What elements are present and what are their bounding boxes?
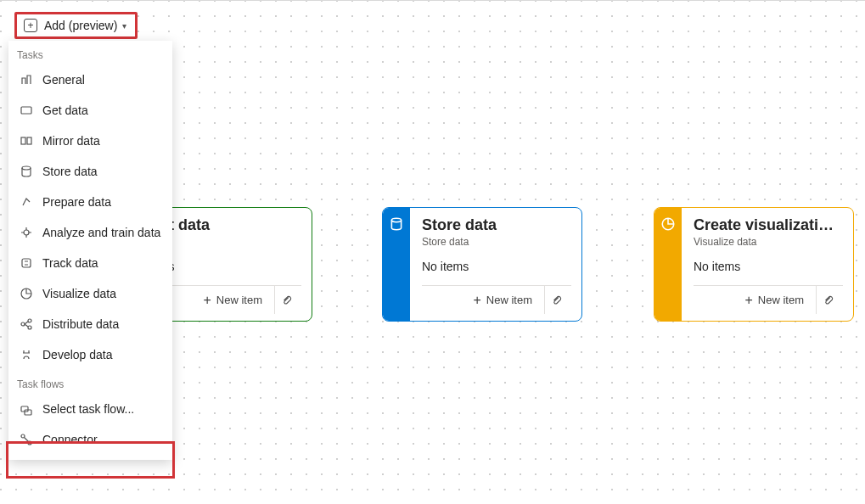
prepare-data-icon [19,194,34,210]
attach-button[interactable] [274,286,298,314]
card-title: ect data [152,216,301,234]
card-subtitle: Visualize data [694,236,843,248]
menu-label: Track data [42,256,98,270]
menu-item-connector[interactable]: Connector [8,424,172,455]
menu-label: Get data [42,104,88,117]
menu-item-distribute-data[interactable]: Distribute data [8,309,172,339]
menu-label: Develop data [42,348,113,361]
menu-label: Mirror data [42,134,100,148]
add-button-label: Add (preview) [44,19,117,32]
card-subtitle: Store data [422,236,571,248]
store-data-icon [19,164,34,179]
svg-rect-2 [27,137,31,144]
chevron-down-icon: ▾ [122,21,126,31]
mirror-data-icon [19,133,34,148]
svg-point-12 [21,434,25,438]
menu-item-select-task-flow[interactable]: Select task flow... [8,394,172,424]
connector-icon [19,432,34,447]
attach-icon [823,294,834,306]
card-stripe [654,208,682,321]
new-item-button[interactable]: + New item [738,290,811,311]
menu-label: Analyze and train data [42,226,160,239]
menu-label: Store data [42,165,98,178]
svg-point-4 [24,230,29,235]
svg-point-13 [28,441,31,445]
attach-button[interactable] [816,286,840,314]
top-divider [0,0,865,1]
menu-item-store-data[interactable]: Store data [8,156,172,187]
card-noitems: ems [152,260,301,273]
develop-icon [19,347,34,362]
distribute-icon [19,316,34,332]
attach-button[interactable] [544,286,568,314]
new-item-button[interactable]: + New item [196,290,269,311]
new-item-label: New item [486,294,532,306]
svg-rect-1 [21,137,25,144]
svg-rect-5 [22,259,31,267]
general-icon [19,72,34,87]
menu-label: Prepare data [42,195,111,209]
card-noitems: No items [694,260,843,273]
menu-item-track-data[interactable]: Track data [8,248,172,278]
section-taskflows-label: Task flows [8,370,172,394]
menu-label: Distribute data [42,317,119,331]
plus-icon: + [473,294,480,307]
menu-item-mirror-data[interactable]: Mirror data [8,126,172,156]
plus-box-icon: + [24,19,37,32]
visualize-icon [19,286,34,301]
card-noitems: No items [422,260,571,273]
menu-item-visualize-data[interactable]: Visualize data [8,278,172,309]
menu-item-analyze[interactable]: Analyze and train data [8,217,172,248]
menu-label: General [42,73,85,87]
attach-icon [281,294,293,306]
menu-label: Connector [42,433,98,446]
add-dropdown: Tasks General Get data Mirror data [8,41,172,460]
card-store-data[interactable]: Store data Store data No items + New ite… [382,207,582,322]
svg-point-3 [22,166,31,170]
card-stripe [383,208,410,321]
select-flow-icon [19,401,34,417]
add-button[interactable]: + Add (preview) ▾ [14,12,138,39]
get-data-icon [19,103,34,118]
menu-item-prepare-data[interactable]: Prepare data [8,187,172,217]
new-item-button[interactable]: + New item [466,290,539,311]
plus-icon: + [744,294,752,307]
plus-icon: + [203,294,211,307]
card-title: Store data [422,216,571,234]
menu-item-get-data[interactable]: Get data [8,95,172,126]
pie-chart-icon [660,216,676,232]
attach-icon [551,294,563,306]
svg-point-7 [21,322,25,326]
track-data-icon [19,255,34,271]
svg-point-8 [28,319,31,322]
section-tasks-label: Tasks [8,41,172,64]
menu-label: Select task flow... [42,402,134,416]
new-item-label: New item [216,294,262,306]
svg-point-9 [28,326,31,329]
menu-label: Visualize data [42,287,116,300]
svg-rect-0 [21,107,31,114]
menu-item-develop-data[interactable]: Develop data [8,339,172,370]
new-item-label: New item [758,294,804,306]
analyze-icon [19,225,34,240]
database-icon [389,216,404,232]
card-title: Create visualizations [694,216,843,234]
menu-item-general[interactable]: General [8,64,172,95]
card-create-visualizations[interactable]: Create visualizations Visualize data No … [654,207,854,322]
card-subtitle: ta [152,236,301,248]
svg-point-15 [391,218,401,222]
